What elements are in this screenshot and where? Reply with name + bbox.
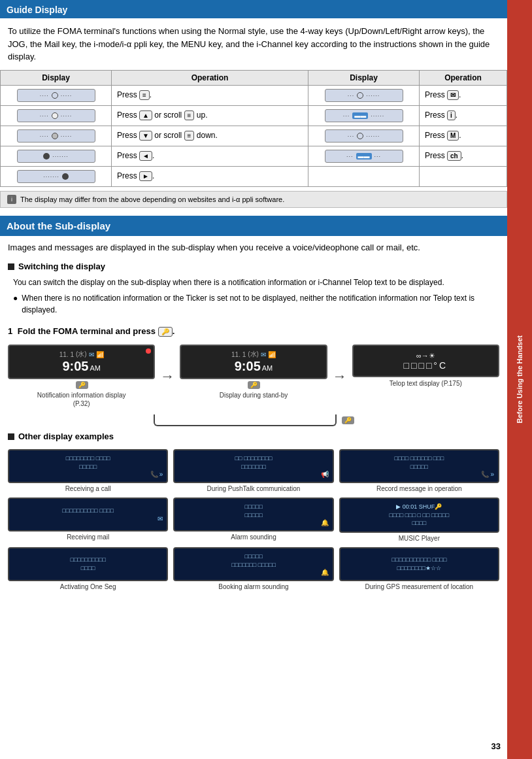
example-label: Booking alarm sounding [173, 583, 333, 590]
ex-text-booking: □□□□□□□□□□□□ □□□□□ [178, 552, 328, 569]
display-cell: ······· [1, 166, 112, 186]
date-line: 11. 1 (水) ✉ 📶 [59, 350, 104, 359]
table-row: ······· Press ►. [1, 166, 507, 186]
page-number: 33 [491, 741, 501, 751]
right-indicator-icon [62, 173, 69, 180]
bullet-item: ● When there is no notification informat… [13, 292, 499, 316]
list-item: □□□□ □□□□□□ □□□□□□□□ 📞 » Record message … [339, 449, 499, 492]
bullet-text: When there is no notification informatio… [22, 292, 499, 316]
telop-screen: ∞→☀ □□□□°C [352, 345, 499, 377]
example-label: MUSIC Player [339, 535, 499, 542]
operation-cell: Press ▲ or scroll ≡ up. [112, 105, 308, 126]
list-item: □□□□□□□□□□□ □□□□□□□□□□□□★☆☆ During GPS m… [339, 547, 499, 590]
switching-title: Switching the display [0, 259, 507, 274]
ex-text-oneseg: □□□□□□□□□□□□□□ [13, 556, 163, 572]
standby-screen: 11. 1 (水) ✉ 📶 9:05 AM [180, 345, 327, 379]
sub-display-intro: Images and messages are displayed in the… [0, 236, 507, 260]
display-cell: ···· ····· [1, 126, 112, 146]
channel-key-icon: ch [447, 151, 461, 161]
time-display: 9:05 AM [235, 359, 273, 374]
ex-text-pushtalk: □□ □□□□□□□□□□□□□□□ [178, 454, 328, 471]
ex-icon-row: 📢 [178, 471, 328, 478]
example-screen-call: □□□□□□□□ □□□□□□□□□ 📞 » [8, 449, 168, 483]
display-image: ···· ····· [17, 109, 95, 122]
operation-cell: Press ✉. [420, 85, 507, 105]
display-cell: ··· ······ [308, 126, 420, 146]
notification-display-box: 11. 1 (水) ✉ 📶 9:05 AM 🔑 Notification inf… [8, 345, 155, 408]
example-label: Record message in operation [339, 485, 499, 492]
arrow-right-icon2: → [333, 368, 347, 385]
ex-text-record: □□□□ □□□□□□ □□□□□□□□ [344, 454, 494, 471]
table-row: ···· ····· Press ≡. ··· ······ [1, 85, 507, 105]
menu-key-icon: ≡ [139, 90, 150, 100]
standby-display-box: 11. 1 (水) ✉ 📶 9:05 AM 🔑 Display during s… [180, 345, 327, 399]
example-screen-music: ▶ 00:01 SHUF🔑□□□□ □□□ □ □□ □□□□□□□□□ [339, 498, 499, 533]
up-key-icon: ▲ [139, 110, 152, 120]
display-image: ······· [17, 170, 95, 183]
example-label: Receiving a call [8, 485, 168, 492]
list-item: □□□□□□□□□□□□ □□□□□ 🔔 Booking alarm sound… [173, 547, 333, 590]
operation-cell: Press ▼ or scroll ≡ down. [112, 126, 308, 146]
up-indicator-icon [52, 112, 58, 119]
left-key-icon: ◄ [139, 151, 152, 161]
display-cell: ··· ▬▬ ······ [308, 105, 420, 126]
examples-title-text: Other display examples [18, 431, 114, 441]
table-row: ···· ····· Press ▼ or scroll ≡ down. ···… [1, 126, 507, 146]
guide-intro: To utilize the FOMA terminal's functions… [0, 18, 507, 70]
fold-key-icon: 🔑 [158, 327, 173, 337]
step-text: Fold the FOMA terminal and press [18, 326, 156, 336]
example-screen-alarm: □□□□□□□□□□ 🔔 [173, 498, 333, 531]
menu-key-icon2: M [447, 131, 459, 141]
down-indicator-icon [52, 133, 58, 139]
key-indicator: 🔑 [76, 381, 88, 389]
telop-boxes: □□□□°C [404, 360, 448, 371]
phone-icon: 📞 [150, 471, 158, 478]
guide-display-title: Guide Display [7, 5, 67, 15]
mail-icon2: ✉ [261, 351, 266, 358]
imode-key-icon: i [447, 110, 456, 120]
operation-cell: Press ≡. [112, 85, 308, 105]
list-item: □□□□□□□□□□ □□□□ ✉ Receiving mail [8, 498, 168, 542]
ex-text-gps: □□□□□□□□□□□ □□□□□□□□□□□□★☆☆ [344, 556, 494, 572]
right-key-icon: ► [139, 171, 152, 181]
ex-icon-row: 📞 » [13, 471, 163, 478]
operation-cell: Press i. [420, 105, 507, 126]
date-line: 11. 1 (水) ✉ 📶 [231, 350, 276, 359]
sub-display-screens-row: 11. 1 (水) ✉ 📶 9:05 AM 🔑 Notification inf… [0, 339, 507, 413]
example-screen-gps: □□□□□□□□□□□ □□□□□□□□□□□□★☆☆ [339, 547, 499, 581]
example-label: Alarm sounding [173, 533, 333, 541]
notification-screen: 11. 1 (水) ✉ 📶 9:05 AM [8, 345, 155, 379]
display-image: ··· ▬▬ ··· [325, 150, 403, 163]
example-screen-record: □□□□ □□□□□□ □□□□□□□□ 📞 » [339, 449, 499, 483]
guide-display-header: Guide Display [0, 0, 507, 18]
sub-display-header: About the Sub-display [0, 216, 507, 236]
table-row: ···· ····· Press ▲ or scroll ≡ up. ··· ▬… [1, 105, 507, 126]
operation-cell: Press ch. [420, 146, 507, 166]
display-image: ······· [17, 150, 95, 163]
key-indicator2: 🔑 [248, 381, 260, 389]
display-cell: ···· ····· [1, 85, 112, 105]
list-item: □□□□□□□□□□ 🔔 Alarm sounding [173, 498, 333, 542]
note-text: The display may differ from the above de… [20, 195, 284, 203]
display-image: ··· ······ [325, 129, 403, 143]
display-cell [308, 166, 420, 186]
list-item: □□ □□□□□□□□□□□□□□□ 📢 During PushTalk com… [173, 449, 333, 492]
nav-circle-icon [52, 92, 58, 99]
col-display1: Display [1, 70, 112, 85]
booking-alarm-icon: 🔔 [321, 569, 329, 576]
operation-cell: Press ◄. [112, 146, 308, 166]
display-cell: ··· ······ [308, 85, 420, 105]
switching-title-text: Switching the display [18, 261, 105, 271]
telop-text: ∞→☀ [416, 352, 435, 360]
highlight-box2: ▬▬ [356, 153, 372, 160]
display-image: ···· ····· [17, 89, 95, 102]
example-screen-oneseg: □□□□□□□□□□□□□□ [8, 547, 168, 581]
switching-body: You can switch the display on the sub-di… [0, 274, 507, 324]
left-indicator-icon [43, 153, 50, 160]
down-key-icon: ▼ [139, 131, 152, 141]
speaker-icon: » [159, 471, 163, 478]
notification-dot-icon [146, 348, 151, 354]
time-display: 9:05 AM [62, 359, 101, 374]
switching-body-text: You can switch the display on the sub-di… [13, 278, 444, 287]
note-box: i The display may differ from the above … [0, 191, 507, 208]
